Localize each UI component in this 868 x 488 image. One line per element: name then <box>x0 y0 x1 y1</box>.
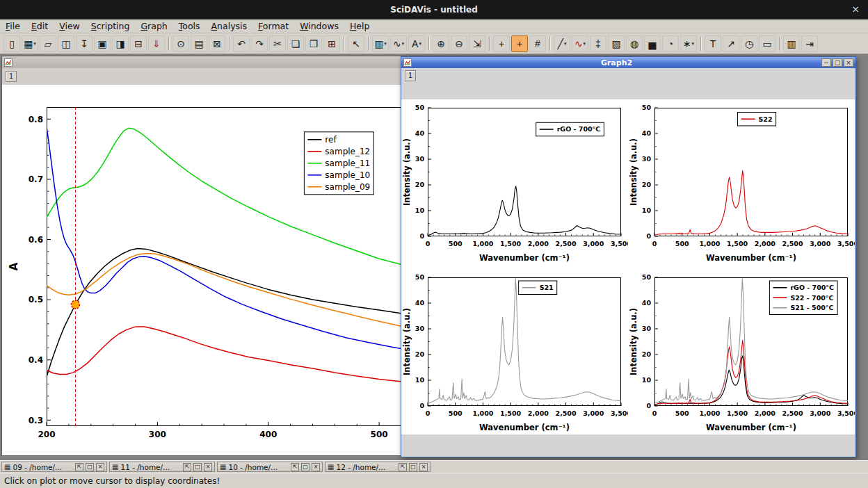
menu-edit[interactable]: Edit <box>26 20 54 32</box>
uvvis-absorbance-chart[interactable]: 2003004005000.30.40.50.60.70.8Arefsample… <box>2 85 419 455</box>
restore-button[interactable]: ⇱ <box>75 463 83 471</box>
graph2-window[interactable]: Graph2 −□× 1 05001,0001,5002,0002,5003,0… <box>401 56 856 457</box>
screen-reader-button[interactable]: + <box>493 35 510 52</box>
open-template-button[interactable]: ◫ <box>58 35 74 52</box>
zoom-in-button[interactable]: ⊕ <box>433 35 449 52</box>
add-timestamp-button[interactable]: ◷ <box>741 35 757 52</box>
menu-tools[interactable]: Tools <box>173 20 206 32</box>
rescale-to-show-all-button[interactable]: ⇲ <box>469 35 485 52</box>
add-error-bars-button[interactable]: ‡ <box>590 35 606 52</box>
close-button[interactable]: × <box>96 463 104 471</box>
text-format-button[interactable]: A▾ <box>408 35 425 52</box>
open-project-button[interactable]: ▱ <box>40 35 56 52</box>
svg-text:500: 500 <box>449 409 463 417</box>
project-explorer-button[interactable]: ▤ <box>191 35 207 52</box>
taskbar-tab-label: 09 - /home/... <box>13 463 73 471</box>
table-options-button[interactable]: ▥▾ <box>372 35 389 52</box>
window-taskbar: ▦09 - /home/...⇱□×▦11 - /home/...⇱□×▦10 … <box>0 460 868 473</box>
move-data-points-button[interactable]: # <box>529 35 546 52</box>
restore-button[interactable]: ⇱ <box>399 463 407 471</box>
close-button[interactable]: × <box>419 463 428 471</box>
close-button[interactable]: × <box>312 463 320 471</box>
menu-graph[interactable]: Graph <box>135 20 172 32</box>
toolbar-separator <box>368 37 369 51</box>
maximize-button[interactable]: □ <box>301 463 310 471</box>
taskbar-tab[interactable]: ▦12 - /home/...⇱□× <box>325 462 431 472</box>
add-arrow-button[interactable]: ↗ <box>723 35 739 52</box>
plot-pie-button[interactable]: ◔ <box>662 35 679 52</box>
graph2-titlebar[interactable]: Graph2 −□× <box>401 57 855 68</box>
lock-toolbars-button[interactable]: ⊠ <box>209 35 225 52</box>
draw-line-button[interactable]: ╱▾ <box>554 35 570 52</box>
paste-button[interactable]: ❐ <box>305 35 322 52</box>
dropdown-arrow-icon: ▾ <box>584 41 586 47</box>
menu-analysis[interactable]: Analysis <box>206 20 253 32</box>
export-pdf-icon: ⇓ <box>152 39 161 49</box>
print-preview-icon: ⊙ <box>177 39 185 49</box>
import-ascii-button[interactable]: ↧ <box>76 35 93 52</box>
zoom-out-button[interactable]: ⊖ <box>451 35 467 52</box>
plot-3d-button[interactable]: ◍ <box>626 35 643 52</box>
copy-icon: ❏ <box>291 39 300 49</box>
menu-scripting[interactable]: Scripting <box>86 20 136 32</box>
raman-chart-combined[interactable]: 05001,0001,5002,0002,5003,0003,500010203… <box>628 269 855 434</box>
taskbar-tab[interactable]: ▦11 - /home/...⇱□× <box>109 462 215 472</box>
curve-style-button[interactable]: ∿▾ <box>390 35 407 52</box>
redo-button[interactable]: ↷ <box>251 35 268 52</box>
menu-file[interactable]: File <box>0 20 26 32</box>
maximize-button[interactable]: □ <box>833 58 842 67</box>
svg-text:sample_12: sample_12 <box>325 147 370 156</box>
dropdown-arrow-icon: ▾ <box>692 41 695 47</box>
layer-button[interactable]: 1 <box>6 71 17 82</box>
plot-histogram-button[interactable]: ▅ <box>644 35 661 52</box>
taskbar-tab[interactable]: ▦10 - /home/...⇱□× <box>217 462 323 472</box>
raman-chart-rgo700[interactable]: 05001,0001,5002,0002,5003,0003,500010203… <box>401 99 628 265</box>
svg-text:ref: ref <box>325 135 337 145</box>
add-text-button[interactable]: T <box>705 35 721 52</box>
print-button[interactable]: ⊟ <box>130 35 147 52</box>
cut-button[interactable]: ✂ <box>269 35 286 52</box>
menu-format[interactable]: Format <box>252 20 294 32</box>
restore-button[interactable]: ⇱ <box>291 463 299 471</box>
menu-help[interactable]: Help <box>344 20 376 32</box>
menu-view[interactable]: View <box>54 20 86 32</box>
add-text-icon: T <box>710 39 716 49</box>
add-column-button[interactable]: ⇥ <box>801 35 818 52</box>
new-legend-button[interactable]: ▭ <box>759 35 775 52</box>
new-project-button[interactable]: ▯ <box>3 35 20 52</box>
save-project-button[interactable]: ▣ <box>94 35 111 52</box>
undo-button[interactable]: ↶ <box>233 35 250 52</box>
menu-windows[interactable]: Windows <box>294 20 344 32</box>
close-icon[interactable]: × <box>851 3 860 15</box>
svg-text:Intensity (a.u.): Intensity (a.u.) <box>402 138 412 206</box>
copy-button[interactable]: ❏ <box>287 35 304 52</box>
export-table-button[interactable]: ⊞ <box>323 35 340 52</box>
svg-text:0: 0 <box>426 409 431 417</box>
raman-chart-s22[interactable]: 05001,0001,5002,0002,5003,0003,500010203… <box>628 99 855 265</box>
raman-chart-s21[interactable]: 05001,0001,5002,0002,5003,0003,500010203… <box>401 269 628 434</box>
close-button[interactable]: × <box>844 58 853 67</box>
maximize-button[interactable]: □ <box>409 463 417 471</box>
add-curve-button[interactable]: ∿▾ <box>572 35 588 52</box>
plot-wizard-button[interactable]: ∗▾ <box>680 35 697 52</box>
pointer-button[interactable]: ↖ <box>348 35 364 52</box>
svg-text:1,000: 1,000 <box>699 240 720 247</box>
close-button[interactable]: × <box>204 463 212 471</box>
layer-button[interactable]: 1 <box>405 70 416 81</box>
minimize-button[interactable]: − <box>821 58 831 67</box>
save-template-button[interactable]: ◨ <box>112 35 129 52</box>
svg-text:2,000: 2,000 <box>755 240 775 247</box>
toolbar-separator <box>779 37 780 51</box>
new-table-button[interactable]: ▦▾ <box>22 35 38 52</box>
maximize-button[interactable]: □ <box>193 463 202 471</box>
export-pdf-button[interactable]: ⇓ <box>148 35 165 52</box>
maximize-button[interactable]: □ <box>86 463 94 471</box>
add-image-button[interactable]: ▧ <box>608 35 625 52</box>
restore-button[interactable]: ⇱ <box>183 463 191 471</box>
taskbar-tab[interactable]: ▦09 - /home/...⇱□× <box>1 462 107 472</box>
data-reader-button[interactable]: + <box>511 35 528 52</box>
print-preview-button[interactable]: ⊙ <box>172 35 189 52</box>
lock-toolbars-icon: ⊠ <box>213 39 221 49</box>
svg-text:40: 40 <box>415 299 425 307</box>
show-columns-button[interactable]: ▥ <box>783 35 800 52</box>
